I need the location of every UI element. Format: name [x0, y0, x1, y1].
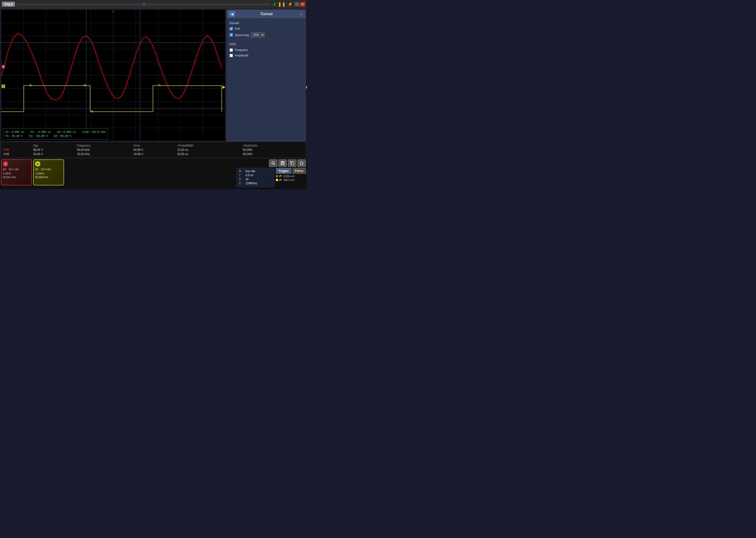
s-value: (10MS/s) [246, 182, 257, 185]
amplitude-checkbox[interactable] [230, 54, 233, 57]
home-button[interactable] [297, 159, 306, 167]
trigger-bar [17, 3, 271, 5]
trigger-button[interactable]: Trigger [276, 168, 292, 174]
d-label: D [239, 178, 244, 181]
meas-header-pulse: +PulseWidth [177, 143, 243, 148]
meas-ch2-label: CH2 [4, 152, 33, 156]
ch1-coupling: AC [3, 168, 6, 171]
dy-value: ΔY: 99,20 V [54, 134, 71, 137]
meas-ch2-vpp: 40,00 V [33, 152, 77, 156]
kanal-label: Kanal: [230, 21, 303, 25]
time-trigger-row: M 5us /div T 0.0 ns D 1k S (10MS/s) [237, 168, 306, 187]
x2-value: X2: -4,900 us [30, 131, 51, 134]
meas-header-vrms: Vrms [134, 143, 177, 148]
ch2-coupling: AC [35, 168, 39, 171]
export-button[interactable] [288, 159, 297, 167]
svg-rect-28 [292, 162, 294, 165]
fft-label: FFT: [230, 42, 303, 46]
t-value: 0.0 ns [246, 174, 253, 177]
divider-1 [230, 40, 303, 40]
ch1-trig-dot [276, 175, 278, 177]
minimize-button[interactable]: − [295, 2, 299, 6]
force-button[interactable]: Force [293, 168, 306, 174]
ch2-info: AC 10 V /div -1.0divs 25,000 kHz [35, 167, 62, 179]
ch2-marker: 2 [2, 85, 5, 88]
trig-badge: Trig'd [2, 2, 15, 7]
trigger-marker [144, 2, 144, 6]
close-button[interactable]: ✕ [300, 2, 305, 6]
cursor-body: Kanal: Zeit Spannung CH1 CH2 FFT: Freque… [227, 18, 306, 141]
dx-value: ΔX: 9,800 us [57, 131, 76, 134]
top-bar: Trig'd A ❚❚ ⚡ − ✕ [0, 0, 307, 9]
save-icon [281, 161, 285, 165]
ch2-scale: 10 V /div [41, 168, 51, 171]
window-controls: − ✕ [295, 2, 305, 6]
export-icon [290, 161, 294, 165]
ch1-freq: 50,001 kHz [3, 176, 16, 179]
meas-ch2-vrms: 19,68 V [134, 152, 177, 156]
zeit-row: Zeit [230, 27, 303, 30]
ch1-marker: 1 [2, 65, 5, 68]
ch1-scale: 20 V /div [9, 168, 19, 171]
d-value: 1k [246, 178, 249, 181]
s-label: S [239, 182, 244, 185]
ch1-box: 1 AC 20 V /div 1.0divs 50,001 kHz [1, 159, 32, 186]
time-s-row: S (10MS/s) [239, 182, 272, 185]
bottom-spacer [66, 159, 235, 188]
meas-ch1-vpp: 98,40 V [33, 148, 77, 152]
spannung-checkbox[interactable] [230, 33, 233, 36]
meas-header-duty: +DutyCycle [243, 143, 303, 148]
ch2-trig-level: 400,0 mV [283, 179, 295, 182]
ch1-info: AC 20 V /div 1.0divs 50,001 kHz [3, 167, 30, 179]
y1-value: Y1: 49,20 V [5, 134, 23, 137]
meas-ch1-duty: 50,00% [243, 148, 303, 152]
measurements-bar: Vpp Frequency Vrms +PulseWidth +DutyCycl… [1, 142, 306, 158]
meas-ch1-pulse: 10,00 us [177, 148, 243, 152]
x1-value: X1: 4,900 us [5, 131, 24, 134]
cursor-title: Cursor [237, 12, 296, 16]
save-button[interactable] [278, 159, 287, 167]
panel-right-arrow: ▶ [306, 85, 307, 89]
time-info-box: M 5us /div T 0.0 ns D 1k S (10MS/s) [237, 168, 274, 187]
meas-ch1-vrms: 34,89 V [134, 148, 177, 152]
channel-select[interactable]: CH1 CH2 [251, 32, 265, 37]
spannung-label: Spannung [235, 33, 249, 37]
time-d-row: D 1k [239, 178, 272, 181]
bottom-row: 1 AC 20 V /div 1.0divs 50,001 kHz 2 AC 1… [0, 158, 307, 189]
meas-header-freq: Frequency [77, 143, 134, 148]
svg-rect-25 [282, 161, 284, 163]
ch2-box: 2 AC 10 V /div -1.0divs 25,000 kHz [33, 159, 64, 186]
meas-ch2-freq: 25,00 kHz [77, 152, 134, 156]
lightning-icon: ⚡ [288, 2, 293, 6]
svg-rect-26 [282, 163, 284, 165]
trigger-edge-icon-ch1 [279, 175, 283, 178]
m-value: 5us /div [246, 170, 255, 173]
meas-ch2-duty: 50,00% [243, 152, 303, 156]
cursor-panel: ◀ Cursor − Kanal: Zeit Spannung CH1 CH2 … [227, 10, 306, 141]
time-t-row: T 0.0 ns [239, 174, 272, 177]
trig-level-ch2: 400,0 mV [276, 179, 306, 182]
channel-a-icon: A [272, 1, 276, 7]
amplitude-label: Amplitude [235, 54, 248, 57]
back-button[interactable]: ◀ [229, 11, 235, 17]
meas-ch1-label: CH1 [4, 148, 33, 152]
ch1-divs: 1.0divs [3, 172, 11, 175]
zoom-button[interactable] [269, 159, 277, 167]
spannung-row: Spannung CH1 CH2 [230, 32, 303, 37]
icon-row [237, 159, 306, 167]
zeit-checkbox[interactable] [230, 27, 233, 30]
time-m-row: M 5us /div [239, 170, 272, 173]
trigger-edge-icon-ch2 [279, 179, 283, 182]
home-icon [299, 161, 304, 165]
trig-level-ch1: 0,000 mV [276, 175, 306, 178]
cursor-readout: X1: 4,900 us X2: -4,900 us ΔX: 9,800 us … [3, 129, 108, 140]
frequenz-checkbox[interactable] [230, 48, 233, 52]
cursor-header: ◀ Cursor − [227, 10, 306, 18]
minimize-panel-button[interactable]: − [298, 11, 304, 17]
measurements-table: Vpp Frequency Vrms +PulseWidth +DutyCycl… [4, 143, 303, 156]
trigger-force-section: Trigger Force 0,000 mV [276, 168, 306, 182]
svg-marker-29 [300, 161, 303, 165]
right-arrow: ▶ [222, 85, 225, 89]
grid-svg [1, 10, 225, 141]
svg-point-22 [272, 162, 274, 164]
